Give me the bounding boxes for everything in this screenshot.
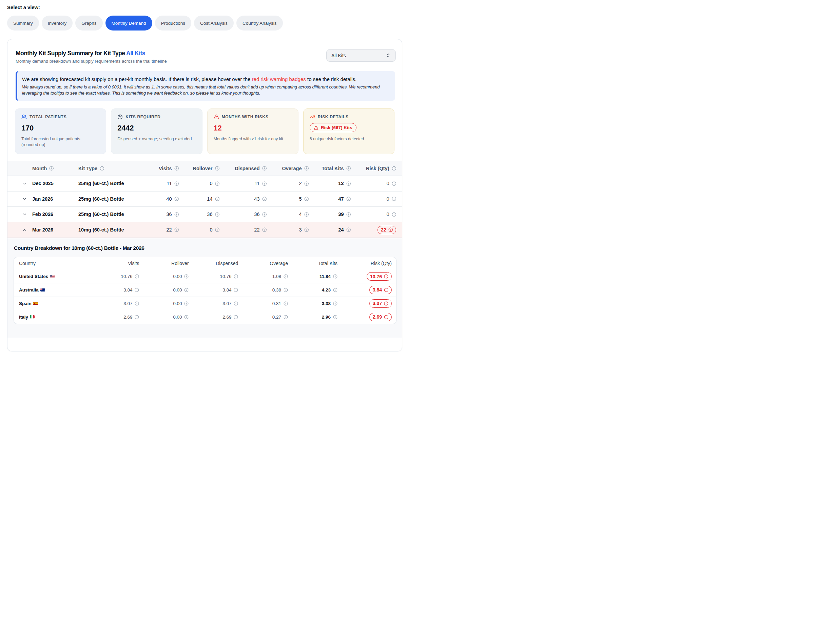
col-overage: Overage — [267, 166, 309, 171]
info-icon[interactable] — [184, 301, 189, 306]
info-icon[interactable] — [184, 288, 189, 292]
tab-inventory[interactable]: Inventory — [42, 15, 73, 31]
cell-total-kits: 39 — [338, 212, 344, 217]
info-icon[interactable] — [174, 212, 179, 217]
risk-qty-badge[interactable]: 3.07 — [369, 299, 392, 308]
tab-monthly-demand[interactable]: Monthly Demand — [106, 15, 152, 31]
info-icon[interactable] — [100, 166, 104, 171]
info-icon[interactable] — [262, 166, 267, 171]
info-icon[interactable] — [49, 166, 54, 171]
info-icon[interactable] — [304, 212, 309, 217]
info-icon[interactable] — [234, 301, 238, 306]
tab-productions[interactable]: Productions — [155, 15, 191, 31]
risk-qty-badge[interactable]: 3.84 — [369, 286, 392, 294]
info-icon[interactable] — [346, 227, 351, 232]
chevron-down-icon[interactable] — [22, 196, 27, 201]
info-icon[interactable] — [215, 181, 220, 186]
info-icon[interactable] — [174, 196, 179, 201]
risk-qty-badge[interactable]: 10.76 — [367, 272, 392, 281]
it-flag-icon — [30, 315, 35, 319]
cell-overage: 5 — [299, 196, 301, 202]
info-icon[interactable] — [346, 181, 351, 186]
info-icon[interactable] — [234, 274, 238, 279]
monthly-demand-table: Month Kit Type Visits Rollover Dispensed… — [8, 161, 402, 238]
cell-overage: 4 — [299, 212, 301, 217]
col-dispensed: Dispensed — [220, 166, 267, 171]
kit-type-select[interactable]: All Kits — [326, 49, 396, 62]
info-icon[interactable] — [135, 288, 139, 292]
breakdown-row-es: Spain 3.07 0.00 3.07 0.31 3.38 3.07 — [14, 297, 396, 310]
info-icon[interactable] — [384, 315, 389, 319]
info-icon[interactable] — [389, 227, 393, 232]
info-icon[interactable] — [384, 288, 389, 292]
info-icon[interactable] — [384, 274, 389, 279]
info-icon[interactable] — [215, 196, 220, 201]
card-title-kit-type: All Kits — [126, 50, 145, 57]
info-icon[interactable] — [234, 288, 238, 292]
tab-cost-analysis[interactable]: Cost Analysis — [194, 15, 234, 31]
stat-months-with-risks-value: 12 — [213, 124, 292, 132]
info-icon[interactable] — [174, 181, 179, 186]
info-icon[interactable] — [304, 166, 309, 171]
info-icon[interactable] — [262, 196, 267, 201]
cell-rollover: 0 — [210, 227, 212, 233]
info-icon[interactable] — [135, 315, 139, 319]
info-icon[interactable] — [333, 288, 338, 292]
info-icon[interactable] — [333, 274, 338, 279]
info-icon[interactable] — [284, 288, 288, 292]
stat-cards: TOTAL PATIENTS 170 Total forecasted uniq… — [15, 109, 395, 154]
info-icon[interactable] — [333, 315, 338, 319]
cell-country: Italy — [19, 314, 28, 320]
info-icon[interactable] — [346, 166, 351, 171]
chevron-down-icon[interactable] — [22, 181, 27, 186]
risk-qty-badge[interactable]: 22 — [378, 226, 396, 234]
info-icon[interactable] — [284, 301, 288, 306]
bcol-total-kits: Total Kits — [288, 261, 338, 266]
info-icon[interactable] — [215, 212, 220, 217]
info-icon[interactable] — [392, 212, 396, 217]
info-icon[interactable] — [304, 227, 309, 232]
info-icon[interactable] — [215, 227, 220, 232]
info-icon[interactable] — [215, 166, 220, 171]
risk-qty-value: 3.84 — [373, 287, 382, 293]
chevron-down-icon[interactable] — [22, 212, 27, 217]
stat-label-text: RISK DETAILS — [318, 115, 349, 119]
info-icon[interactable] — [284, 315, 288, 319]
info-icon[interactable] — [304, 196, 309, 201]
cell-rollover: 0.00 — [173, 274, 182, 279]
risk-details-badge[interactable]: Risk (667) Kits — [310, 123, 356, 132]
info-icon[interactable] — [284, 274, 288, 279]
info-icon[interactable] — [346, 212, 351, 217]
info-icon[interactable] — [384, 301, 389, 306]
info-icon[interactable] — [174, 227, 179, 232]
info-icon[interactable] — [184, 315, 189, 319]
info-icon[interactable] — [304, 181, 309, 186]
banner-text-post: to see the risk details. — [306, 76, 356, 82]
tab-summary[interactable]: Summary — [7, 15, 39, 31]
cell-overage: 1.08 — [272, 274, 281, 279]
info-icon[interactable] — [346, 196, 351, 201]
info-icon[interactable] — [135, 301, 139, 306]
risk-qty-value: 10.76 — [370, 274, 382, 279]
card-header: Monthly Kit Supply Summary for Kit Type … — [8, 39, 402, 64]
info-icon[interactable] — [135, 274, 139, 279]
trending-up-icon — [310, 114, 315, 120]
chevron-up-icon[interactable] — [22, 227, 27, 233]
info-icon[interactable] — [184, 274, 189, 279]
info-icon[interactable] — [262, 212, 267, 217]
info-banner-line2: We always round up, so if there is a val… — [22, 84, 389, 96]
info-icon[interactable] — [392, 196, 396, 201]
info-icon[interactable] — [174, 166, 179, 171]
info-icon[interactable] — [392, 181, 396, 186]
risk-qty-badge[interactable]: 2.69 — [369, 313, 392, 321]
cell-country: Spain — [19, 301, 32, 306]
tab-country-analysis[interactable]: Country Analysis — [237, 15, 283, 31]
info-icon[interactable] — [262, 227, 267, 232]
cell-visits: 40 — [166, 196, 172, 202]
info-icon[interactable] — [392, 166, 396, 171]
info-icon[interactable] — [262, 181, 267, 186]
tab-graphs[interactable]: Graphs — [75, 15, 103, 31]
info-icon[interactable] — [234, 315, 238, 319]
card-title-prefix: Monthly Kit Supply Summary for Kit Type — [15, 50, 126, 57]
info-icon[interactable] — [333, 301, 338, 306]
